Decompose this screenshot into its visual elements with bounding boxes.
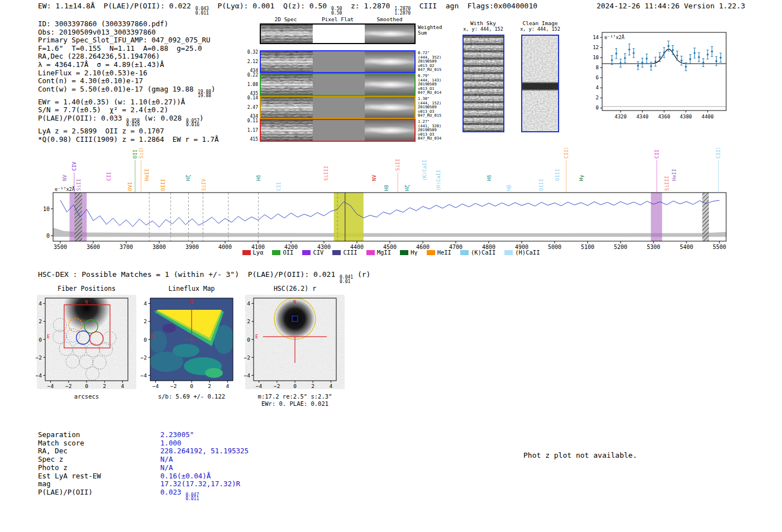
header-datetime-version: 2024-12-26 11:44:26 Version 1.22.3	[597, 2, 745, 10]
emission-line-label: NV	[62, 175, 68, 181]
cutout-overlay	[261, 120, 313, 141]
y-tick-label: −2	[244, 354, 250, 361]
text-seg: P(Lyα): 0.001 Q(z): 0.50	[209, 2, 331, 10]
y-tick-label: −4	[141, 372, 147, 378]
lineflux-map-xlabel: s/b: 5.69 +/- 0.122	[136, 393, 247, 400]
annotation-line: 047_RU_014	[418, 91, 458, 95]
x-tick-label: 2	[208, 383, 211, 389]
legend-item: Hγ	[400, 249, 418, 256]
emission-line-label: SiIII	[323, 166, 329, 181]
x-tick-label: 0	[190, 383, 193, 389]
highlight-band	[651, 193, 662, 241]
text-seg: λ = 4364.17Å σ = 4.89(±1.43)Å	[38, 60, 164, 69]
x-tick-label: 0	[85, 383, 88, 389]
cutout-col-title-smoothed: Smoothed	[364, 16, 416, 22]
legend-label: CIII	[343, 249, 357, 256]
data-point	[702, 61, 704, 64]
text-seg: *Q(0.98) CIII(1909) z = 1.2864 EW r = 1.…	[38, 135, 219, 143]
emission-line-label: Hδ	[256, 175, 261, 181]
emission-line-label: OIII	[555, 169, 560, 181]
match-row-value: 228.264192, 51.195325	[160, 447, 249, 455]
photz-note: Phot z plot not available.	[523, 451, 637, 459]
stacked-uncertainty: 0.500.50	[331, 7, 342, 15]
cutout-row	[260, 96, 416, 119]
text-seg: LyA z = 2.5899 OII z = 0.1707	[38, 127, 164, 135]
emission-line-label: OVI	[127, 182, 133, 191]
text-seg: EW: 1.1±14.8Å P(LAE)/P(OII): 0.022	[38, 2, 196, 10]
scale-tick: 2.47	[240, 106, 258, 110]
legend-label: HeII	[437, 249, 451, 256]
stacked-uncertainty: 19.8819.88	[198, 90, 211, 98]
lineflux-map-plot: N E −4−4−2−2002244	[136, 295, 247, 391]
stacked-uncertainty: 0.0470.011	[185, 493, 199, 501]
legend-swatch	[400, 250, 408, 255]
emission-line-label: H8	[384, 185, 389, 191]
y-tick-label: 4	[39, 300, 42, 306]
y-tick-label: −4	[244, 372, 251, 378]
match-row-value: 2.23005"	[160, 430, 194, 439]
cutout-rows: WeightedSum0.322.124340.72"(444, 352)201…	[260, 23, 461, 169]
legend-label: (K)CaII	[471, 249, 495, 256]
lineflux-map-panel: Lineflux Map N E −4−4−2−2002244 s/b: 5.6…	[136, 285, 247, 400]
data-point	[716, 60, 718, 63]
match-row-value: 0.023 0.0470.011	[160, 488, 199, 496]
cutout-scale-ticks: 0.221.08435	[240, 73, 258, 96]
y-tick-label: 14	[593, 35, 599, 40]
y-tick-label: 2	[596, 95, 599, 100]
y-tick-label: 0	[39, 337, 42, 343]
match-row: Spec zN/A	[38, 456, 249, 464]
emission-line-label: SiIV	[201, 179, 207, 191]
emission-line-label: HeII	[671, 169, 677, 181]
annotation-line: 047_RU_015	[418, 114, 458, 118]
compass-north-label: N	[190, 299, 193, 305]
y-tick-label: 2	[247, 318, 250, 324]
match-row: mag17.32(17.32,17.32)R	[38, 480, 249, 488]
compass-north-label: N	[85, 299, 88, 305]
match-row: RA, Dec228.264192, 51.195325	[38, 447, 249, 456]
legend-swatch	[460, 250, 469, 255]
match-row-label: Photo z	[38, 464, 160, 472]
withsky-header: With Sky x, y: 444, 152	[447, 20, 519, 32]
cutout-annotation: 1.30"(444, 152)20190509v013_O3047_RU_015	[418, 97, 458, 118]
cutout-overlay	[261, 25, 313, 43]
data-point	[611, 59, 613, 61]
emission-line-label: CIII	[564, 148, 569, 159]
y-tick-label: 2	[144, 318, 147, 324]
x-tick-label: 4320	[614, 114, 627, 119]
info-line: Primary Spec_Slot_IFU_AMP: 047_092_075_R…	[38, 36, 219, 45]
flux-units-annotation: e⁻¹⁷x2Å	[55, 186, 75, 192]
match-row: Match score1.000	[38, 439, 249, 448]
hsc-r-plot: N E −4−4−2−2002244	[239, 295, 351, 391]
x-tick-label: 2	[103, 383, 106, 389]
legend-item: OII	[272, 249, 293, 256]
cutout-overlay	[365, 51, 416, 72]
error-band	[53, 228, 726, 237]
x-tick-label: 4	[121, 383, 125, 389]
data-point	[663, 51, 665, 54]
legend-swatch	[302, 250, 311, 255]
text-seg: N/A	[160, 455, 173, 463]
y-tick-label: 0	[247, 337, 250, 343]
info-line: P(LAE)/P(OII): 0.033 0.0580.019 (w: 0.02…	[38, 114, 219, 127]
info-line: λ = 4364.17Å σ = 4.89(±1.43)Å	[38, 61, 219, 69]
cutout-annotation: 1.27"(441, 320)20190509v013_O3047_RU_034	[418, 120, 458, 141]
x-tick-label: 4400	[702, 114, 714, 119]
hsc-dex-summary: HSC-DEX : Possible Matches = 1 (within +…	[38, 270, 370, 284]
match-row-label: RA, Dec	[38, 447, 160, 456]
x-tick-label: −2	[274, 383, 280, 389]
emission-line-label: SiIV	[139, 148, 144, 159]
legend-label: Lyα	[253, 249, 264, 256]
match-row: Photo zN/A	[38, 464, 249, 472]
emission-line-label: OII	[132, 150, 138, 159]
hsc-r-xlabel: m:17.2 re:2.5" s:2.3"	[239, 393, 351, 400]
cutout-smooth-image	[365, 120, 416, 141]
data-point	[637, 65, 639, 67]
data-point	[694, 52, 696, 54]
text-seg: N/A	[160, 463, 173, 472]
y-tick-label: 2	[39, 318, 42, 324]
match-row-label: P(LAE)/P(OII)	[38, 488, 160, 497]
match-row-value: 17.32(17.32,17.32)R	[160, 480, 240, 488]
flux-units-annotation: e⁻¹⁷x2Å	[604, 34, 624, 40]
emission-line-label: OIII	[160, 179, 166, 191]
cutout-smooth-image	[365, 25, 416, 43]
